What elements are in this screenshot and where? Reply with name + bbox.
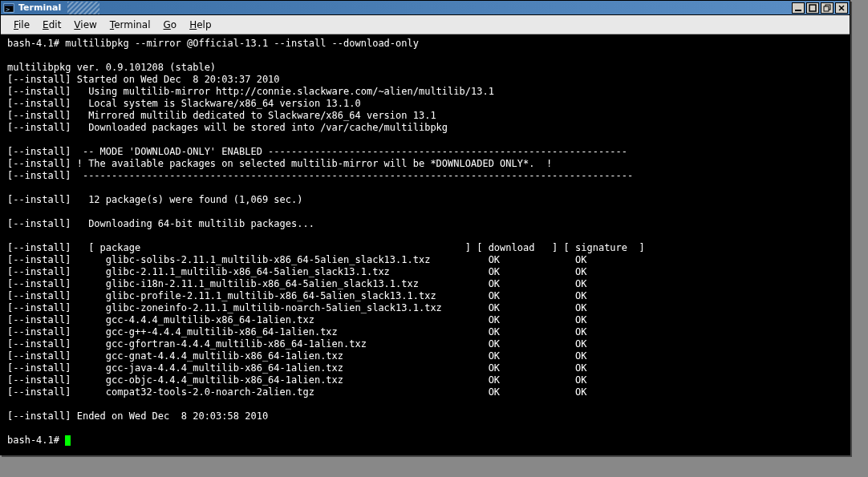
close-button[interactable] bbox=[835, 2, 848, 14]
table-row: [--install] gcc-gfortran-4.4.4_multilib-… bbox=[7, 338, 586, 350]
output-line: [--install] Downloaded packages will be … bbox=[7, 122, 448, 133]
titlebar-decoration bbox=[67, 2, 787, 14]
output-line: [--install] ! The available packages on … bbox=[7, 158, 552, 169]
prompt: bash-4.1# bbox=[7, 38, 65, 49]
menu-help[interactable]: Help bbox=[183, 18, 217, 32]
output-line: [--install] Downloading 64-bit multilib … bbox=[7, 218, 314, 229]
menu-terminal[interactable]: Terminal bbox=[103, 18, 157, 32]
svg-rect-6 bbox=[824, 6, 829, 11]
table-row: [--install] glibc-profile-2.11.1_multili… bbox=[7, 290, 586, 301]
terminal-icon: >_ bbox=[2, 2, 15, 14]
output-line: [--install] Started on Wed Dec 8 20:03:3… bbox=[7, 74, 280, 85]
terminal-window: >_ Terminal File Edit View Terminal Go H… bbox=[0, 0, 850, 455]
table-header: [--install] [ package ] [ download ] [ s… bbox=[7, 242, 645, 253]
titlebar[interactable]: >_ Terminal bbox=[1, 1, 850, 15]
cursor bbox=[65, 435, 71, 446]
table-row: [--install] gcc-objc-4.4.4_multilib-x86_… bbox=[7, 374, 586, 386]
output-line: multilibpkg ver. 0.9.101208 (stable) bbox=[7, 62, 216, 73]
table-row: [--install] glibc-solibs-2.11.1_multilib… bbox=[7, 254, 586, 265]
menu-edit[interactable]: Edit bbox=[36, 18, 67, 32]
menubar: File Edit View Terminal Go Help bbox=[1, 15, 850, 34]
svg-text:>_: >_ bbox=[6, 6, 14, 12]
menu-file[interactable]: File bbox=[7, 18, 36, 32]
svg-rect-3 bbox=[795, 10, 801, 11]
table-row: [--install] gcc-4.4.4_multilib-x86_64-1a… bbox=[7, 314, 586, 325]
output-line: [--install] Ended on Wed Dec 8 20:03:58 … bbox=[7, 410, 268, 422]
output-line: [--install] 12 package(s) were found (1,… bbox=[7, 194, 302, 205]
table-row: [--install] glibc-i18n-2.11.1_multilib-x… bbox=[7, 278, 586, 289]
table-row: [--install] gcc-g++-4.4.4_multilib-x86_6… bbox=[7, 326, 586, 338]
minimize-button[interactable] bbox=[792, 2, 805, 14]
table-row: [--install] glibc-zoneinfo-2.11.1_multil… bbox=[7, 302, 586, 313]
menu-view[interactable]: View bbox=[67, 18, 103, 32]
restore-button[interactable] bbox=[821, 2, 834, 14]
window-controls bbox=[790, 2, 848, 14]
window-title: Terminal bbox=[18, 2, 61, 13]
output-line: [--install] Using multilib-mirror http:/… bbox=[7, 86, 494, 97]
terminal-output[interactable]: bash-4.1# multilibpkg --mirror @Official… bbox=[1, 34, 850, 455]
table-row: [--install] gcc-java-4.4.4_multilib-x86_… bbox=[7, 362, 586, 374]
prompt: bash-4.1# bbox=[7, 435, 65, 446]
output-line: [--install] -- MODE 'DOWNLOAD-ONLY' ENAB… bbox=[7, 146, 627, 157]
table-row: [--install] compat32-tools-2.0-noarch-2a… bbox=[7, 386, 586, 398]
table-row: [--install] glibc-2.11.1_multilib-x86_64… bbox=[7, 266, 586, 277]
svg-rect-4 bbox=[809, 5, 816, 11]
output-line: [--install] Local system is Slackware/x8… bbox=[7, 98, 361, 109]
output-line: [--install] Mirrored multilib dedicated … bbox=[7, 110, 436, 121]
table-row: [--install] gcc-gnat-4.4.4_multilib-x86_… bbox=[7, 350, 586, 362]
output-line: [--install] ----------------------------… bbox=[7, 170, 633, 181]
menu-go[interactable]: Go bbox=[157, 18, 184, 32]
command: multilibpkg --mirror @Official-13.1 --in… bbox=[65, 38, 419, 49]
maximize-button[interactable] bbox=[806, 2, 819, 14]
